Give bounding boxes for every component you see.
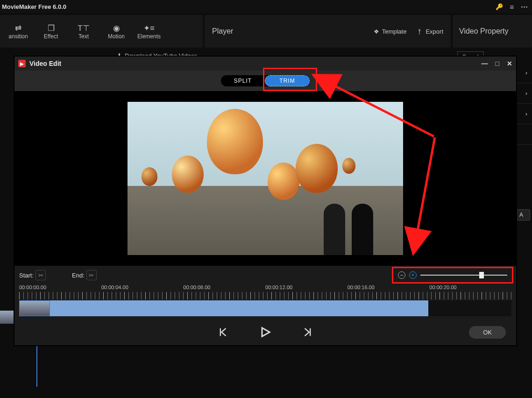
effect-button[interactable]: ❐ Effect (35, 23, 67, 40)
minimize-icon[interactable]: — (482, 60, 488, 67)
hamburger-menu-icon[interactable]: ≡ (508, 3, 516, 11)
trim-tab[interactable]: TRIM (265, 75, 310, 86)
text-icon: T⊤ (67, 23, 100, 33)
play-button[interactable] (259, 326, 272, 339)
trim-controls-row: Start: ✂ End: ✂ − + (14, 266, 516, 284)
player-label: Player (212, 27, 233, 36)
timecode-labels: 00:00:00.00 00:00:04.00 00:00:08.00 00:0… (19, 284, 511, 290)
more-icon[interactable]: ⋯ (520, 2, 528, 11)
zoom-slider-thumb[interactable] (479, 272, 484, 278)
export-button[interactable]: ⭱ Export (417, 28, 443, 35)
modal-timeline: 00:00:00.00 00:00:04.00 00:00:08.00 00:0… (14, 284, 516, 319)
zoom-in-button[interactable]: + (409, 271, 417, 279)
playback-controls: OK (14, 319, 516, 345)
zoom-slider[interactable] (420, 275, 507, 276)
app-title: MovieMaker Free 6.0.0 (2, 3, 66, 10)
license-key-icon[interactable]: 🔑 (496, 3, 503, 10)
app-title-bar: MovieMaker Free 6.0.0 🔑 ≡ ⋯ (0, 0, 532, 13)
close-icon[interactable]: ✕ (507, 60, 512, 67)
split-tab[interactable]: SPLIT (221, 75, 265, 86)
video-preview (14, 91, 516, 266)
step-forward-button[interactable] (300, 326, 313, 339)
top-toolbar: ⇄ ansition ❐ Effect T⊤ Text ◉ Motion ✦≡ … (0, 15, 532, 48)
template-button[interactable]: ❖ Template (374, 28, 407, 35)
step-back-button[interactable] (218, 326, 231, 339)
video-property-label: Video Property (459, 27, 509, 36)
motion-icon: ◉ (100, 23, 133, 33)
video-edit-modal: ▶ Video Edit — □ ✕ SPLIT TRIM Start: ✂ E… (14, 56, 517, 346)
start-label: Start: (19, 272, 34, 279)
modal-title-bar: ▶ Video Edit — □ ✕ (14, 57, 516, 71)
export-icon: ⭱ (417, 28, 423, 35)
start-cut-button[interactable]: ✂ (35, 270, 46, 280)
effect-icon: ❐ (35, 23, 67, 33)
preview-frame (128, 102, 403, 255)
video-property-panel: Video Property (453, 15, 532, 48)
transition-button[interactable]: ⇄ ansition (2, 23, 35, 40)
end-cut-button[interactable]: ✂ (86, 270, 97, 280)
end-label: End: (72, 272, 85, 279)
app-icon: ▶ (18, 60, 26, 67)
player-panel: Player ❖ Template ⭱ Export (205, 15, 451, 48)
template-icon: ❖ (374, 28, 379, 35)
timeline-ruler[interactable] (19, 292, 511, 299)
maximize-icon[interactable]: □ (496, 60, 499, 67)
elements-icon: ✦≡ (133, 23, 165, 33)
clip-track[interactable] (19, 300, 511, 316)
transition-icon: ⇄ (2, 23, 35, 33)
ok-button[interactable]: OK (469, 326, 506, 339)
zoom-control: − + (392, 267, 513, 284)
mode-tab-bar: SPLIT TRIM (14, 71, 516, 91)
modal-title: Video Edit (29, 60, 61, 67)
text-button[interactable]: T⊤ Text (67, 23, 100, 40)
clip-duration-bar[interactable] (50, 300, 428, 316)
clip-thumbnail[interactable] (19, 300, 50, 316)
elements-button[interactable]: ✦≡ Elements (133, 23, 165, 40)
zoom-out-button[interactable]: − (398, 271, 405, 279)
motion-button[interactable]: ◉ Motion (100, 23, 133, 40)
tools-panel: ⇄ ansition ❐ Effect T⊤ Text ◉ Motion ✦≡ … (0, 15, 203, 48)
